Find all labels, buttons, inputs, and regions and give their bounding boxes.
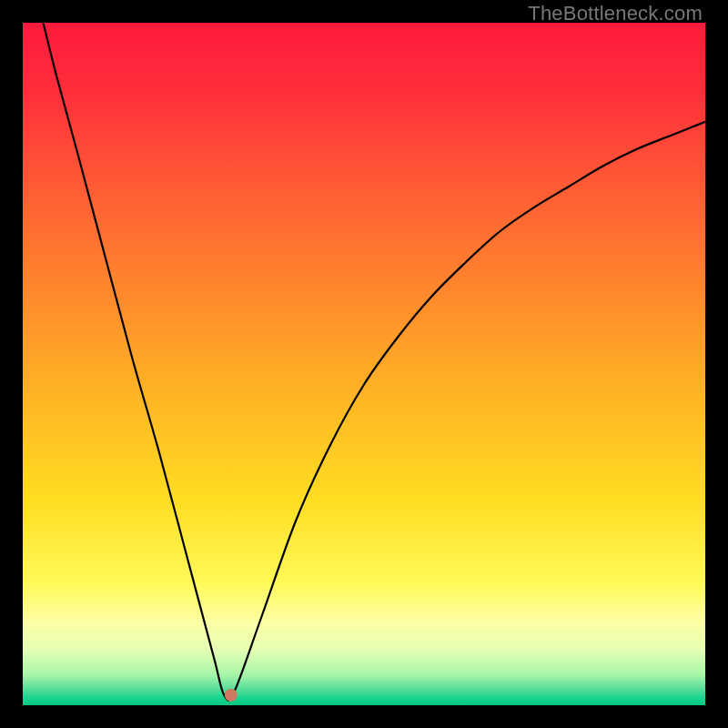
marker-dot <box>225 689 238 702</box>
plot-area <box>23 23 705 705</box>
chart-frame: TheBottleneck.com <box>0 0 728 728</box>
bottleneck-curve <box>23 23 705 705</box>
curve-line <box>44 23 706 701</box>
